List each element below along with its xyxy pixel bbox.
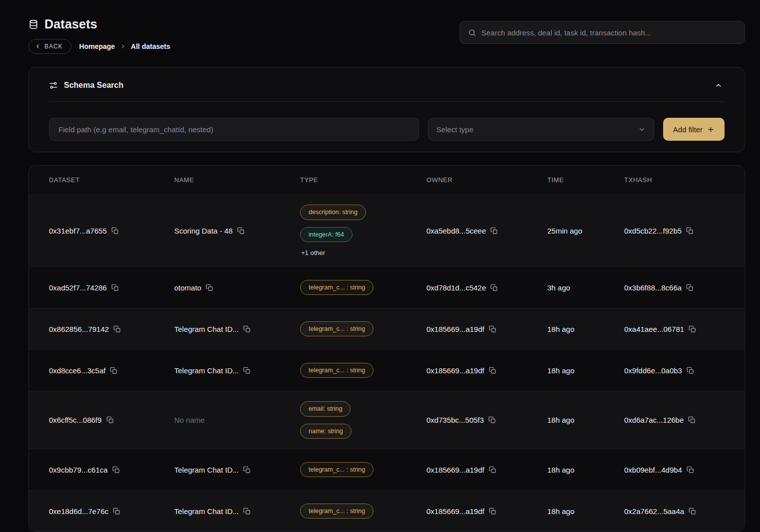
- copy-icon[interactable]: [686, 227, 694, 235]
- datasets-table: DATASET NAME TYPE OWNER TIME TXHASH 0x31…: [28, 165, 745, 532]
- search-input[interactable]: [481, 28, 737, 37]
- table-row[interactable]: 0x9cbb79...c61ca Telegram Chat ID... tel…: [29, 449, 745, 490]
- txhash-value: 0x9fdd6e...0a0b3: [624, 366, 682, 375]
- back-label: BACK: [44, 43, 63, 50]
- dataset-name: No name: [174, 416, 205, 424]
- copy-icon[interactable]: [243, 466, 251, 474]
- name-cell: Scoring Data - 48: [174, 227, 300, 235]
- dataset-cell: 0x862856...79142: [49, 325, 174, 333]
- back-button[interactable]: BACK: [28, 39, 71, 54]
- owner-cell: 0x185669...a19df: [426, 325, 547, 333]
- add-filter-button[interactable]: Add filter: [663, 118, 725, 141]
- dataset-name: Telegram Chat ID...: [174, 507, 239, 516]
- copy-icon[interactable]: [687, 367, 694, 374]
- breadcrumb-homepage[interactable]: Homepage: [79, 42, 115, 50]
- field-path-input[interactable]: [49, 118, 419, 141]
- time-value: 18h ago: [547, 325, 574, 333]
- time-value: 18h ago: [547, 416, 574, 424]
- breadcrumb-all-datasets[interactable]: All datasets: [131, 42, 170, 50]
- datasets-page: Datasets BACK Homepage All datasets: [0, 0, 760, 532]
- page-title: Datasets: [44, 17, 97, 31]
- name-cell: Telegram Chat ID...: [174, 366, 300, 375]
- owner-cell: 0xa5ebd8...5ceee: [426, 227, 547, 235]
- type-tags-cell: telegram_c... : string: [300, 270, 426, 305]
- time-value: 18h ago: [547, 366, 574, 375]
- database-icon: [28, 19, 38, 29]
- dataset-id: 0x6cff5c...086f9: [49, 416, 102, 424]
- table-row[interactable]: 0x31ebf7...a7655 Scoring Data - 48 descr…: [29, 194, 745, 266]
- collapse-panel-button[interactable]: [713, 79, 725, 91]
- copy-icon[interactable]: [243, 367, 251, 374]
- nav-row: BACK Homepage All datasets: [28, 39, 170, 54]
- table-row[interactable]: 0x6cff5c...086f9 No name email: stringna…: [29, 391, 745, 449]
- type-tag: email: string: [300, 401, 351, 417]
- dataset-cell: 0xd8cce6...3c5af: [49, 366, 174, 375]
- type-tags-cell: telegram_c... : string: [300, 353, 426, 388]
- copy-icon[interactable]: [112, 466, 120, 474]
- owner-cell: 0x185669...a19df: [426, 366, 547, 375]
- dataset-cell: 0x31ebf7...a7655: [49, 227, 174, 235]
- dataset-id: 0xd8cce6...3c5af: [49, 366, 105, 375]
- copy-icon[interactable]: [489, 466, 496, 474]
- type-select-value: Select type: [436, 125, 473, 134]
- owner-cell: 0x185669...a19df: [426, 507, 547, 516]
- global-search-bar[interactable]: [459, 21, 745, 44]
- copy-icon[interactable]: [111, 227, 119, 235]
- panel-divider: [49, 101, 725, 102]
- schema-search-title: Schema Search: [64, 81, 123, 90]
- time-cell: 18h ago: [547, 466, 624, 474]
- copy-icon[interactable]: [106, 416, 114, 424]
- extra-types-label: +1 other: [300, 249, 325, 257]
- type-tags-cell: email: stringname: string: [300, 391, 426, 449]
- add-filter-label: Add filter: [673, 125, 703, 134]
- dataset-name: otomato: [174, 283, 201, 292]
- time-cell: 3h ago: [547, 283, 624, 292]
- type-select[interactable]: Select type: [428, 118, 654, 141]
- copy-icon[interactable]: [237, 227, 245, 235]
- time-cell: 25min ago: [547, 227, 624, 235]
- schema-search-header: Schema Search: [49, 67, 725, 91]
- copy-icon[interactable]: [243, 508, 251, 515]
- owner-address: 0x185669...a19df: [426, 466, 484, 474]
- copy-icon[interactable]: [110, 367, 117, 374]
- col-header-name: NAME: [174, 176, 300, 184]
- copy-icon[interactable]: [689, 325, 696, 333]
- type-tag: telegram_c... : string: [300, 462, 374, 478]
- title-row: Datasets: [28, 17, 170, 31]
- copy-icon[interactable]: [113, 508, 120, 515]
- table-row[interactable]: 0xe18d6d...7e76c Telegram Chat ID... tel…: [29, 490, 745, 532]
- chevron-down-icon: [638, 126, 646, 133]
- txhash-cell: 0xd6a7ac...126be: [624, 416, 729, 424]
- copy-icon[interactable]: [206, 284, 213, 291]
- dataset-name: Scoring Data - 48: [174, 227, 233, 235]
- table-row[interactable]: 0x862856...79142 Telegram Chat ID... tel…: [29, 308, 745, 349]
- copy-icon[interactable]: [689, 508, 696, 515]
- type-tag: telegram_c... : string: [300, 504, 374, 519]
- copy-icon[interactable]: [686, 284, 694, 291]
- type-tags-cell: telegram_c... : string: [300, 452, 426, 488]
- txhash-value: 0x3b6f88...8c66a: [624, 283, 682, 292]
- dataset-cell: 0xad52f7...74286: [49, 283, 174, 292]
- search-icon: [468, 28, 476, 37]
- owner-address: 0xa5ebd8...5ceee: [426, 227, 486, 235]
- copy-icon[interactable]: [489, 367, 496, 374]
- owner-cell: 0xd78d1d...c542e: [426, 283, 547, 292]
- copy-icon[interactable]: [243, 325, 251, 333]
- type-tags-cell: telegram_c... : string: [300, 311, 426, 347]
- time-cell: 18h ago: [547, 416, 624, 424]
- dataset-id: 0x31ebf7...a7655: [49, 227, 107, 235]
- copy-icon[interactable]: [111, 284, 119, 291]
- copy-icon[interactable]: [488, 416, 496, 424]
- copy-icon[interactable]: [687, 466, 694, 474]
- copy-icon[interactable]: [489, 325, 496, 333]
- table-row[interactable]: 0xad52f7...74286 otomato telegram_c... :…: [29, 266, 745, 308]
- copy-icon[interactable]: [113, 325, 121, 333]
- copy-icon[interactable]: [688, 416, 696, 424]
- type-tag: description: string: [300, 205, 366, 220]
- copy-icon[interactable]: [489, 508, 496, 515]
- table-row[interactable]: 0xd8cce6...3c5af Telegram Chat ID... tel…: [29, 349, 745, 391]
- copy-icon[interactable]: [490, 284, 498, 291]
- page-header: Datasets BACK Homepage All datasets: [28, 17, 745, 54]
- txhash-value: 0xd6a7ac...126be: [624, 416, 684, 424]
- copy-icon[interactable]: [490, 227, 498, 235]
